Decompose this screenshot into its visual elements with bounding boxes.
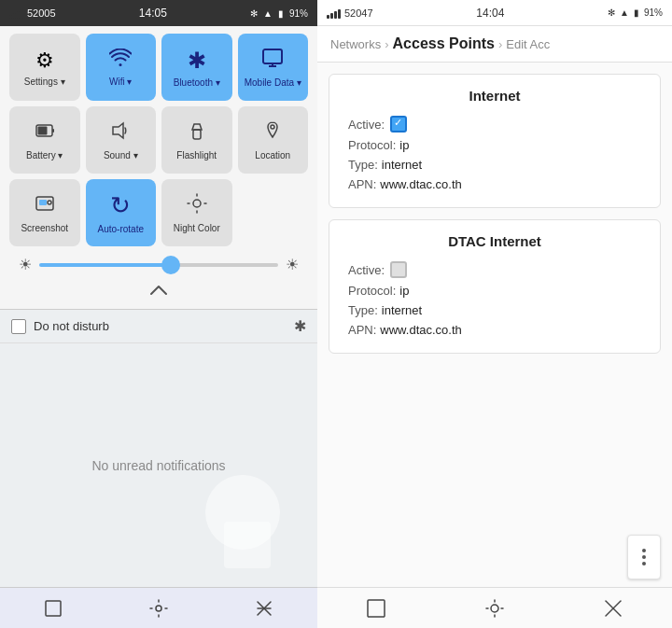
svg-point-9 [271, 125, 274, 129]
svg-rect-5 [52, 129, 54, 133]
collapse-button[interactable] [9, 283, 308, 301]
qs-grid: ⚙ Settings ▾ Wifi ▾ ✱ Bluetooth ▾ [9, 34, 308, 246]
qs-sound[interactable]: Sound ▾ [86, 106, 157, 174]
bluetooth-qs-icon: ✱ [188, 48, 206, 74]
internet-protocol-label: Protocol: [348, 138, 396, 152]
wifi-icon-left: ▲ [263, 8, 273, 19]
internet-apn-label: APN: [348, 177, 376, 191]
breadcrumb-access-points[interactable]: Access Points [393, 35, 495, 52]
carrier-text-right: 52047 [344, 7, 373, 19]
qs-screenshot[interactable]: Screenshot [9, 179, 80, 246]
breadcrumb-edit-acc[interactable]: Edit Acc [506, 37, 550, 51]
notification-bg-shape2 [224, 522, 271, 568]
home-button-right[interactable] [365, 597, 387, 620]
nav-bar-right [317, 587, 672, 628]
qs-mobile-data-label: Mobile Data ▾ [245, 77, 301, 88]
status-bar-right: 52047 14:04 ✻ ▲ ▮ 91% [317, 0, 672, 26]
breadcrumb-networks[interactable]: Networks [330, 37, 381, 51]
qs-battery[interactable]: Battery ▾ [9, 106, 80, 174]
dtac-card-title: DTAC Internet [348, 233, 641, 249]
svg-marker-7 [113, 123, 123, 138]
fab-dot-2 [642, 555, 646, 559]
dtac-active-row: Active: [348, 258, 641, 281]
night-color-icon [187, 193, 207, 219]
svg-rect-11 [39, 200, 47, 205]
dtac-type-label: Type: [348, 303, 378, 317]
svg-point-12 [48, 201, 51, 204]
internet-active-checkbox[interactable] [390, 116, 407, 133]
right-status-left: ✻ ▲ ▮ 91% [250, 8, 308, 19]
dtac-protocol-label: Protocol: [348, 284, 396, 298]
carrier-right: 52047 [327, 7, 373, 19]
carrier-text-left: 52005 [27, 7, 56, 19]
internet-type-row: Type: internet [348, 155, 641, 174]
settings-icon: ⚙ [35, 49, 54, 73]
back-button-right[interactable] [602, 597, 624, 620]
internet-type-value: internet [382, 158, 422, 172]
time-left: 14:05 [139, 7, 167, 20]
svg-rect-23 [368, 600, 385, 617]
location-icon [262, 120, 283, 147]
svg-rect-0 [263, 49, 282, 63]
internet-card-title: Internet [348, 88, 641, 104]
qs-flashlight[interactable]: Flashlight [161, 106, 232, 174]
right-status-right: ✻ ▲ ▮ 91% [608, 7, 663, 18]
back-button-left[interactable] [247, 592, 281, 625]
battery-pct-left: 91% [289, 8, 308, 19]
qs-wifi[interactable]: Wifi ▾ [86, 34, 157, 101]
qs-location[interactable]: Location [238, 106, 309, 174]
dnd-checkbox[interactable] [11, 319, 26, 334]
qs-bluetooth[interactable]: ✱ Bluetooth ▾ [161, 34, 232, 101]
brightness-low-icon: ☀ [19, 256, 32, 273]
notification-body: No unread notifications [0, 343, 317, 587]
qs-settings[interactable]: ⚙ Settings ▾ [9, 34, 80, 101]
recent-button-left[interactable] [142, 592, 175, 625]
brightness-high-icon: ☀ [286, 256, 299, 273]
svg-rect-6 [37, 126, 47, 134]
internet-active-row: Active: [348, 113, 641, 135]
qs-flashlight-label: Flashlight [176, 150, 217, 160]
fab-dot-1 [642, 549, 646, 552]
qs-night-color[interactable]: Night Color [161, 179, 232, 246]
internet-protocol-row: Protocol: ip [348, 135, 641, 155]
brightness-thumb[interactable] [161, 256, 180, 274]
dtac-active-checkbox[interactable] [390, 261, 407, 278]
brightness-row: ☀ ☀ [9, 246, 308, 283]
breadcrumb: Networks › Access Points › Edit Acc [317, 26, 672, 63]
internet-apn-row: APN: www.dtac.co.th [348, 174, 641, 194]
dtac-internet-card: DTAC Internet Active: Protocol: ip Type:… [329, 219, 661, 354]
more-options-button[interactable] [627, 535, 661, 579]
fab-dot-3 [642, 562, 646, 565]
qs-mobile-data[interactable]: Mobile Data ▾ [238, 34, 309, 101]
status-bar-left: 52005 14:05 ✻ ▲ ▮ 91% [0, 0, 317, 26]
dnd-section: Do not disturb [11, 319, 109, 334]
dtac-protocol-row: Protocol: ip [348, 281, 641, 300]
qs-battery-label: Battery ▾ [26, 150, 63, 160]
svg-point-19 [156, 606, 161, 611]
home-button-left[interactable] [36, 592, 70, 625]
recent-button-right[interactable] [483, 597, 506, 620]
sound-icon [110, 120, 131, 147]
dtac-apn-row: APN: www.dtac.co.th [348, 320, 641, 340]
svg-point-24 [491, 605, 498, 612]
brightness-slider[interactable] [39, 263, 278, 267]
dtac-apn-label: APN: [348, 323, 376, 337]
notification-header: Do not disturb ✱ [0, 310, 317, 343]
mobile-data-icon [261, 48, 284, 74]
notification-settings-icon[interactable]: ✱ [294, 317, 306, 335]
internet-card: Internet Active: Protocol: ip Type: inte… [329, 74, 661, 208]
internet-type-label: Type: [348, 158, 378, 172]
qs-screenshot-label: Screenshot [21, 223, 68, 233]
qs-night-color-label: Night Color [174, 223, 220, 233]
breadcrumb-chevron-2: › [498, 37, 502, 51]
battery-icon-left: ▮ [278, 8, 284, 19]
qs-wifi-label: Wifi ▾ [109, 77, 132, 87]
battery-qs-icon [35, 120, 55, 147]
dtac-type-value: internet [382, 303, 422, 317]
bluetooth-icon-right: ✻ [608, 7, 615, 18]
dnd-label: Do not disturb [34, 319, 109, 333]
breadcrumb-chevron-1: › [385, 37, 388, 51]
dtac-active-label: Active: [348, 263, 385, 277]
qs-auto-rotate[interactable]: ↻ Auto-rotate [86, 179, 157, 246]
dtac-type-row: Type: internet [348, 300, 641, 320]
